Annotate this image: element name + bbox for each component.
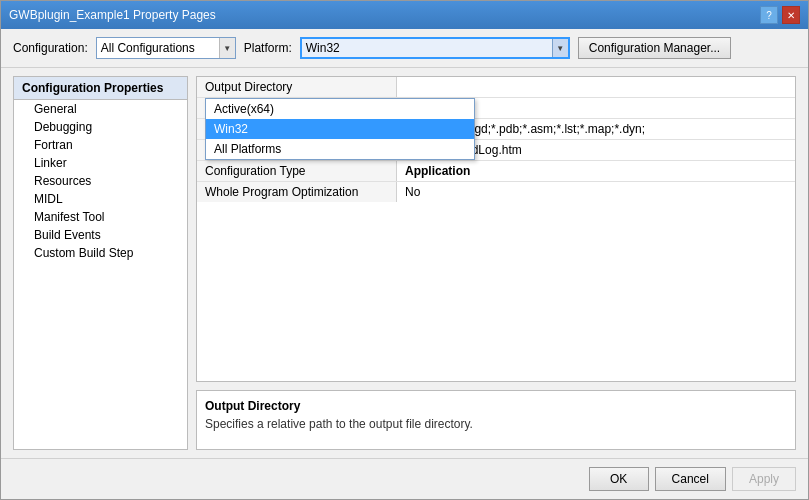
- nav-item-build-events[interactable]: Build Events: [14, 226, 187, 244]
- dropdown-option-activex64[interactable]: Active(x64): [206, 99, 474, 119]
- config-label: Configuration:: [13, 41, 88, 55]
- nav-item-manifest-tool[interactable]: Manifest Tool: [14, 208, 187, 226]
- config-manager-button[interactable]: Configuration Manager...: [578, 37, 731, 59]
- prop-row-config-type: Configuration Type Application: [197, 161, 795, 182]
- left-panel: Configuration Properties General Debuggi…: [13, 76, 188, 450]
- nav-item-resources[interactable]: Resources: [14, 172, 187, 190]
- left-panel-header: Configuration Properties: [14, 77, 187, 100]
- platform-dropdown[interactable]: Active(x64) Win32 All Platforms: [205, 98, 475, 160]
- prop-value-output-dir[interactable]: [397, 77, 795, 97]
- prop-name-whole-program: Whole Program Optimization: [197, 182, 397, 202]
- nav-item-fortran[interactable]: Fortran: [14, 136, 187, 154]
- cancel-button[interactable]: Cancel: [655, 467, 726, 491]
- description-panel: Output Directory Specifies a relative pa…: [196, 390, 796, 450]
- bottom-bar: OK Cancel Apply: [1, 458, 808, 499]
- platform-combo-arrow: ▼: [552, 39, 568, 57]
- description-text: Specifies a relative path to the output …: [205, 417, 787, 431]
- prop-value-config-type[interactable]: Application: [397, 161, 795, 181]
- dropdown-option-allplatforms[interactable]: All Platforms: [206, 139, 474, 159]
- title-bar: GWBplugin_Example1 Property Pages ? ✕: [1, 1, 808, 29]
- window-title: GWBplugin_Example1 Property Pages: [9, 8, 216, 22]
- config-value: All Configurations: [101, 41, 219, 55]
- configuration-combo[interactable]: All Configurations ▼: [96, 37, 236, 59]
- title-bar-controls: ? ✕: [760, 6, 800, 24]
- nav-item-linker[interactable]: Linker: [14, 154, 187, 172]
- nav-item-debugging[interactable]: Debugging: [14, 118, 187, 136]
- prop-name-config-type: Configuration Type: [197, 161, 397, 181]
- prop-value-whole-program[interactable]: No: [397, 182, 795, 202]
- nav-item-general[interactable]: General: [14, 100, 187, 118]
- help-button[interactable]: ?: [760, 6, 778, 24]
- close-button[interactable]: ✕: [782, 6, 800, 24]
- apply-button[interactable]: Apply: [732, 467, 796, 491]
- ok-button[interactable]: OK: [589, 467, 649, 491]
- toolbar: Configuration: All Configurations ▼ Plat…: [1, 29, 808, 68]
- main-content: Active(x64) Win32 All Platforms Configur…: [1, 68, 808, 458]
- dropdown-option-win32[interactable]: Win32: [206, 119, 474, 139]
- platform-value: Win32: [306, 41, 552, 55]
- prop-row-whole-program: Whole Program Optimization No: [197, 182, 795, 202]
- description-title: Output Directory: [205, 399, 787, 413]
- platform-combo[interactable]: Win32 ▼: [300, 37, 570, 59]
- platform-label: Platform:: [244, 41, 292, 55]
- prop-name-output-dir: Output Directory: [197, 77, 397, 97]
- nav-item-custom-build-step[interactable]: Custom Build Step: [14, 244, 187, 262]
- config-combo-arrow: ▼: [219, 38, 235, 58]
- nav-item-midl[interactable]: MIDL: [14, 190, 187, 208]
- prop-row-output-dir: Output Directory: [197, 77, 795, 98]
- dialog: GWBplugin_Example1 Property Pages ? ✕ Co…: [0, 0, 809, 500]
